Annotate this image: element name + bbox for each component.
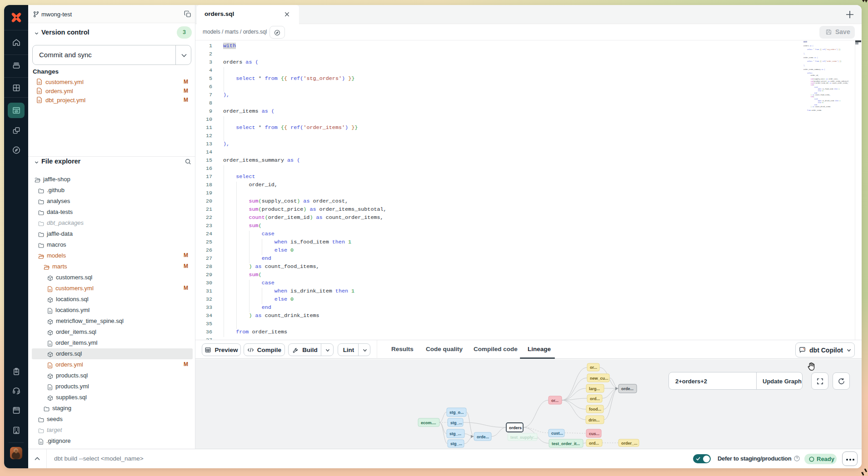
- svg-text:order_...: order_...: [621, 441, 638, 446]
- svg-text:ecom....: ecom....: [421, 421, 436, 425]
- svg-text:test_order_it...: test_order_it...: [552, 441, 580, 446]
- svg-text:food...: food...: [589, 407, 601, 412]
- svg-text:ord...: ord...: [590, 397, 600, 401]
- svg-text:new_cu...: new_cu...: [590, 376, 609, 381]
- svg-text:orde...: orde...: [621, 387, 634, 391]
- svg-text:cus...: cus...: [589, 431, 599, 436]
- svg-text:or...: or...: [590, 365, 597, 370]
- svg-text:ord...: ord...: [589, 441, 599, 446]
- svg-text:stg_...: stg_...: [449, 431, 461, 436]
- svg-text:larg...: larg...: [589, 387, 600, 391]
- svg-text:or...: or...: [551, 398, 559, 403]
- svg-text:orde...: orde...: [477, 435, 489, 439]
- svg-text:drin...: drin...: [589, 418, 600, 422]
- svg-text:orders: orders: [509, 426, 522, 430]
- svg-text:stg_o...: stg_o...: [449, 410, 464, 415]
- svg-text:cust...: cust...: [551, 431, 563, 436]
- svg-text:test_supply:...: test_supply:...: [510, 435, 538, 440]
- svg-text:stg_...: stg_...: [450, 441, 462, 446]
- svg-text:stg_...: stg_...: [450, 421, 462, 425]
